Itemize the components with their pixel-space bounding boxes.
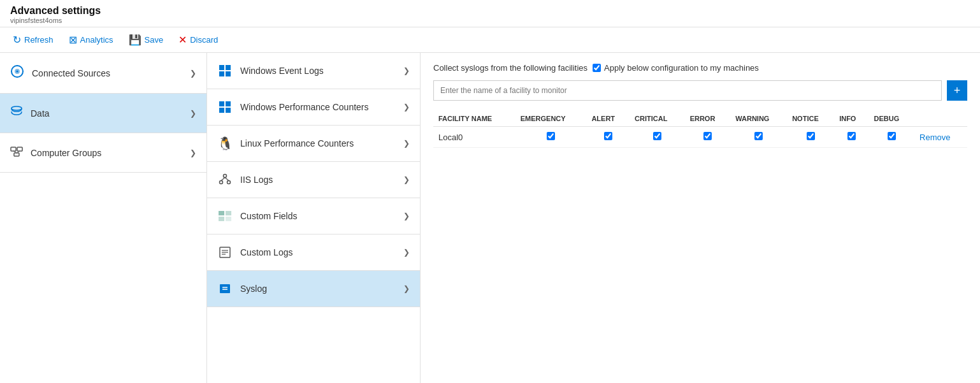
analytics-button[interactable]: ⊠ Analytics [66,33,116,47]
checkbox-cell-info[interactable] [834,127,868,148]
refresh-icon: ↻ [13,34,21,46]
col-info: INFO [834,111,868,127]
critical-checkbox[interactable] [653,132,661,140]
error-checkbox[interactable] [703,132,712,140]
checkbox-cell-error[interactable] [685,127,731,148]
iis-logs-chevron: ❯ [403,175,410,184]
menu-item-windows-perf-counters[interactable]: Windows Performance Counters ❯ [207,89,420,126]
linux-perf-counters-chevron: ❯ [403,139,410,148]
collect-syslogs-text: Collect syslogs from the following facil… [433,63,587,73]
col-action [914,111,967,127]
custom-fields-label: Custom Fields [240,211,297,221]
computer-groups-icon [10,145,23,161]
analytics-label: Analytics [80,35,113,45]
svg-point-2 [17,71,18,73]
facility-table: FACILITY NAME EMERGENCY ALERT CRITICAL E… [433,111,967,148]
checkbox-cell-emergency[interactable] [515,127,587,148]
connected-sources-icon [10,64,24,82]
windows-perf-counters-icon [217,99,233,115]
custom-logs-icon [217,245,233,260]
notice-checkbox[interactable] [807,132,815,140]
col-alert: ALERT [586,111,630,127]
menu-item-custom-fields[interactable]: Custom Fields ❯ [207,198,420,235]
menu-item-windows-event-logs[interactable]: Windows Event Logs ❯ [207,53,420,89]
svg-rect-14 [219,211,224,215]
svg-point-10 [220,181,223,184]
windows-event-logs-icon [217,63,233,78]
content-panel: Collect syslogs from the following facil… [421,53,980,383]
apply-label[interactable]: Apply below configuration to my machines [593,63,759,73]
facility-input[interactable] [433,80,942,101]
custom-fields-chevron: ❯ [403,212,410,220]
svg-rect-15 [226,211,231,215]
facility-input-row: + [433,80,967,101]
menu-item-syslog[interactable]: Syslog ❯ [207,271,420,307]
col-debug: DEBUG [868,111,914,127]
warning-checkbox[interactable] [754,132,763,140]
svg-line-12 [221,178,225,181]
info-checkbox[interactable] [847,132,856,140]
refresh-button[interactable]: ↻ Refresh [10,33,56,47]
computer-groups-chevron: ❯ [190,148,196,157]
iis-logs-label: IIS Logs [240,175,273,185]
windows-event-logs-label: Windows Event Logs [240,66,324,76]
syslog-chevron: ❯ [403,284,410,293]
analytics-icon: ⊠ [69,34,77,46]
svg-point-9 [224,175,227,178]
discard-button[interactable]: ✕ Discard [176,33,220,47]
linux-perf-counters-label: Linux Performance Counters [240,138,354,148]
sidebar-item-computer-groups-label: Computer Groups [31,148,101,158]
sidebar-item-connected-sources[interactable]: Connected Sources ❯ [0,53,206,94]
apply-checkbox[interactable] [593,64,601,72]
syslog-icon [217,281,233,296]
col-notice: NOTICE [787,111,834,127]
col-facility-name: FACILITY NAME [433,111,515,127]
refresh-label: Refresh [24,35,54,45]
col-critical: CRITICAL [630,111,685,127]
windows-perf-counters-label: Windows Performance Counters [240,102,369,112]
checkbox-cell-debug[interactable] [868,127,914,148]
svg-rect-22 [220,284,230,293]
custom-logs-label: Custom Logs [240,247,292,257]
main-layout: Connected Sources ❯ Data ❯ [0,53,980,383]
save-icon: 💾 [129,34,141,46]
remove-link[interactable]: Remove [919,133,950,142]
checkbox-cell-critical[interactable] [630,127,685,148]
syslog-header: Collect syslogs from the following facil… [433,63,967,73]
sidebar-item-data[interactable]: Data ❯ [0,94,206,133]
svg-rect-6 [14,153,19,156]
data-icon [10,105,23,121]
debug-checkbox[interactable] [888,132,896,140]
svg-rect-5 [17,147,22,151]
windows-event-logs-chevron: ❯ [403,66,410,75]
sidebar-item-computer-groups[interactable]: Computer Groups ❯ [0,133,206,173]
connected-sources-chevron: ❯ [190,69,196,78]
syslog-label: Syslog [240,284,267,294]
svg-rect-17 [226,217,231,221]
table-row: Local0 Remove [433,127,967,148]
col-emergency: EMERGENCY [515,111,587,127]
menu-item-custom-logs[interactable]: Custom Logs ❯ [207,235,420,271]
menu-item-iis-logs[interactable]: IIS Logs ❯ [207,162,420,198]
svg-point-3 [11,106,22,110]
svg-rect-16 [219,217,224,221]
facility-name-cell: Local0 [433,127,515,148]
col-error: ERROR [685,111,731,127]
linux-perf-counters-icon: 🐧 [217,136,233,151]
save-button[interactable]: 💾 Save [126,33,166,47]
remove-cell[interactable]: Remove [914,127,967,148]
emergency-checkbox[interactable] [547,132,555,140]
add-facility-button[interactable]: + [947,80,967,101]
custom-fields-icon [217,208,233,224]
checkbox-cell-warning[interactable] [730,127,787,148]
discard-label: Discard [190,35,218,45]
checkbox-cell-notice[interactable] [787,127,834,148]
app-title: Advanced settings [10,5,970,17]
sidebar: Connected Sources ❯ Data ❯ [0,53,207,383]
toolbar: ↻ Refresh ⊠ Analytics 💾 Save ✕ Discard [0,27,980,53]
alert-checkbox[interactable] [604,132,612,140]
data-chevron: ❯ [190,109,196,118]
menu-item-linux-perf-counters[interactable]: 🐧 Linux Performance Counters ❯ [207,126,420,162]
discard-icon: ✕ [178,34,187,46]
checkbox-cell-alert[interactable] [586,127,630,148]
